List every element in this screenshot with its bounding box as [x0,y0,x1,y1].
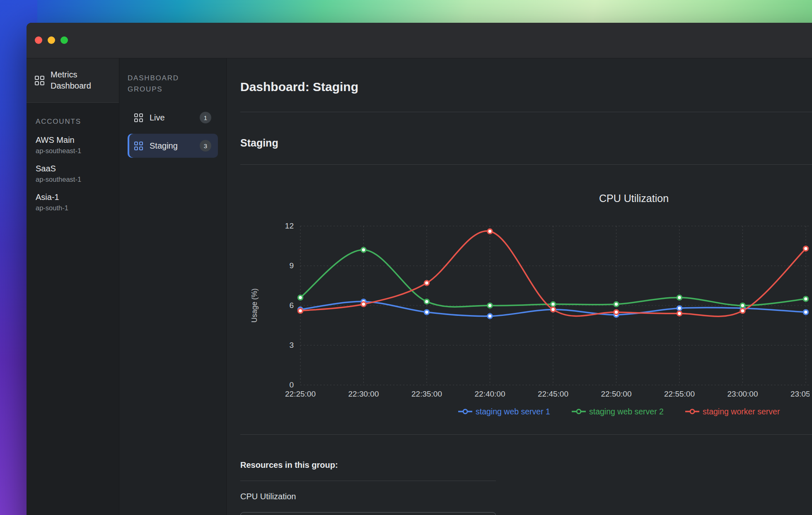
data-point[interactable] [740,303,745,308]
page-title: Dashboard: Staging [240,80,812,94]
app-title: Metrics Dashboard [51,69,100,91]
traffic-lights [35,36,68,44]
data-point[interactable] [425,310,429,315]
account-region: ap-south-1 [36,204,110,212]
series-line [300,250,806,307]
divider [240,112,812,112]
group-label: Staging [150,141,178,151]
data-point[interactable] [298,308,303,313]
svg-text:12: 12 [285,221,294,230]
legend-item[interactable]: staging web server 2 [572,407,664,416]
resource-item-title: CPU Utilization [240,492,812,501]
app-home-tile[interactable]: Metrics Dashboard [27,58,119,103]
svg-text:22:55:00: 22:55:00 [664,390,695,398]
data-point[interactable] [740,308,745,313]
svg-text:staging worker server: staging worker server [703,407,780,416]
account-item-aws-main[interactable]: AWS Main ap-southeast-1 [27,131,119,159]
group-label: Live [150,113,165,123]
data-point[interactable] [804,310,808,315]
svg-text:6: 6 [289,301,294,310]
group-grid-icon [134,113,143,122]
data-point[interactable] [614,302,619,306]
main-content: Dashboard: Staging Staging 03691222:25:0… [227,58,812,515]
data-point[interactable] [488,314,492,318]
group-section-title: Staging [240,137,812,149]
svg-text:22:35:00: 22:35:00 [411,390,442,398]
group-count-badge: 1 [200,112,211,123]
svg-text:staging web server 1: staging web server 1 [476,407,550,416]
divider [240,481,496,481]
divider [240,434,812,435]
sidebar: Metrics Dashboard ACCOUNTS AWS Main ap-s… [27,58,119,515]
svg-text:23:05:00: 23:05:00 [790,390,810,398]
resource-select[interactable]: × [240,512,496,515]
legend-item[interactable]: staging web server 1 [458,407,550,416]
data-point[interactable] [298,295,303,300]
svg-text:Usage (%): Usage (%) [250,289,259,323]
window-titlebar[interactable] [27,23,812,58]
data-point[interactable] [614,310,619,315]
dashboard-groups-header: DASHBOARD GROUPS [128,58,190,95]
svg-text:22:25:00: 22:25:00 [285,390,316,398]
svg-text:staging web server 2: staging web server 2 [589,407,664,416]
window-body: Metrics Dashboard ACCOUNTS AWS Main ap-s… [27,58,812,515]
zoom-button[interactable] [60,36,68,44]
svg-text:22:50:00: 22:50:00 [601,390,632,398]
data-point[interactable] [361,302,366,306]
data-point[interactable] [488,303,492,308]
account-name: SaaS [36,164,110,173]
accounts-header: ACCOUNTS [27,103,119,131]
data-point[interactable] [804,297,808,301]
data-point[interactable] [551,307,556,312]
data-point[interactable] [425,281,429,285]
group-grid-icon [134,142,143,150]
data-point[interactable] [677,311,682,316]
svg-text:22:30:00: 22:30:00 [348,390,379,398]
account-item-asia-1[interactable]: Asia-1 ap-south-1 [27,188,119,217]
svg-text:22:45:00: 22:45:00 [538,390,568,398]
dashboard-groups-panel: DASHBOARD GROUPS Live 1 Staging 3 [119,58,227,515]
account-name: Asia-1 [36,193,110,202]
svg-text:3: 3 [289,341,294,349]
data-point[interactable] [425,299,429,304]
close-button[interactable] [35,36,42,44]
data-point[interactable] [361,248,366,252]
svg-text:CPU Utilization: CPU Utilization [599,193,669,204]
app-window: Metrics Dashboard ACCOUNTS AWS Main ap-s… [27,23,812,515]
data-point[interactable] [804,246,808,251]
dashboard-grid-icon [35,76,44,85]
svg-text:0: 0 [289,380,294,389]
group-item-staging[interactable]: Staging 3 [128,134,218,158]
data-point[interactable] [488,229,492,233]
legend-item[interactable]: staging worker server [685,407,780,416]
data-point[interactable] [677,295,682,300]
minimize-button[interactable] [48,36,55,44]
group-count-badge: 3 [200,140,211,152]
data-point[interactable] [551,302,556,306]
svg-text:23:00:00: 23:00:00 [727,390,758,398]
resources-label: Resources in this group: [240,460,812,470]
group-item-live[interactable]: Live 1 [128,106,218,130]
account-item-saas[interactable]: SaaS ap-southeast-1 [27,159,119,188]
account-region: ap-southeast-1 [36,147,110,155]
svg-text:9: 9 [289,261,294,270]
divider [240,164,812,165]
account-region: ap-southeast-1 [36,176,110,183]
data-point[interactable] [677,306,682,310]
cpu-utilization-chart[interactable]: 03691222:25:0022:30:0022:35:0022:40:0022… [240,183,810,427]
account-name: AWS Main [36,135,110,145]
svg-text:22:40:00: 22:40:00 [475,390,505,398]
